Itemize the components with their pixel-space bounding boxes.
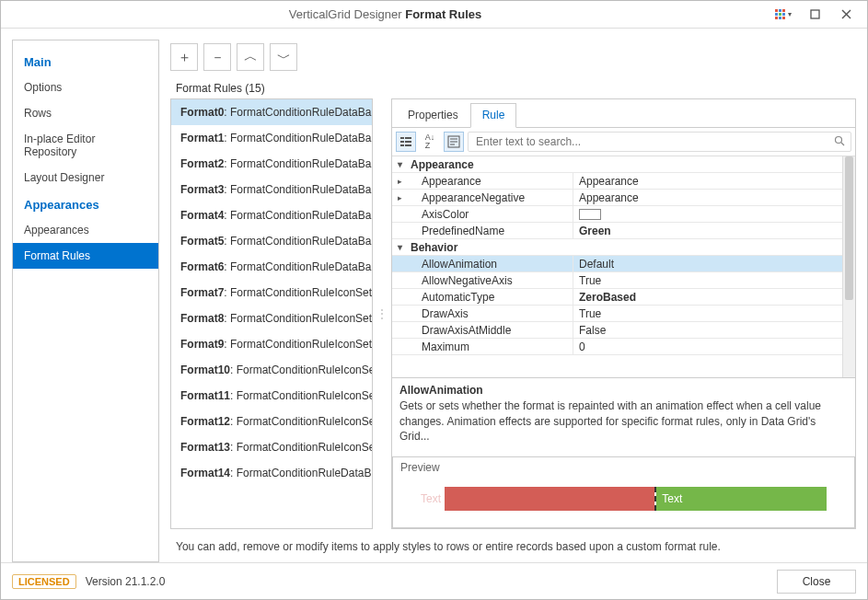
collapse-icon[interactable]: ▾ <box>392 159 407 169</box>
maximize-button[interactable] <box>801 5 828 25</box>
property-row[interactable]: AxisColor <box>392 206 842 223</box>
expand-icon[interactable] <box>392 192 407 202</box>
property-row[interactable]: PredefinedNameGreen <box>392 223 842 239</box>
list-item-name: Format10 <box>180 363 230 376</box>
appearance-chooser-button[interactable]: ▾ <box>770 5 797 25</box>
sidebar-group-header[interactable]: Appearances <box>13 190 158 217</box>
property-grid[interactable]: ▾AppearanceAppearanceAppearanceAppearanc… <box>392 156 855 377</box>
titlebar: VerticalGrid Designer Format Rules ▾ <box>1 1 867 29</box>
title-main: Format Rules <box>405 7 481 21</box>
tab-rule[interactable]: Rule <box>470 103 517 128</box>
remove-button[interactable]: － <box>203 43 231 71</box>
dropdown-caret-icon: ▾ <box>788 10 792 18</box>
alphabetical-button[interactable]: A↓Z <box>420 132 440 152</box>
list-item-type: : FormatConditionRuleIconSet <box>230 415 373 428</box>
main-panel: ＋ － ︿ ﹀ Format Rules (15) Format0: Forma… <box>170 40 856 562</box>
title-prefix: VerticalGrid Designer <box>289 7 405 21</box>
preview-label: Preview <box>393 457 854 478</box>
list-item-type: : FormatConditionRuleIconSet <box>224 286 372 299</box>
property-name: Maximum <box>407 340 573 353</box>
svg-rect-5 <box>400 141 404 143</box>
property-row[interactable]: DrawAxisTrue <box>392 306 842 322</box>
list-item-type: : FormatConditionRuleIconSet <box>224 312 372 325</box>
sidebar-item-appearances[interactable]: Appearances <box>13 217 158 243</box>
sidebar-item-layout-designer[interactable]: Layout Designer <box>13 165 158 190</box>
sidebar-item-format-rules[interactable]: Format Rules <box>13 243 158 269</box>
property-row[interactable]: AllowNegativeAxisTrue <box>392 272 842 289</box>
list-item-name: Format7 <box>180 286 224 299</box>
list-item[interactable]: Format5: FormatConditionRuleDataBar <box>171 228 372 254</box>
sidebar-item-options[interactable]: Options <box>13 75 158 100</box>
property-row[interactable]: AutomaticTypeZeroBased <box>392 289 842 306</box>
svg-rect-8 <box>405 144 411 146</box>
format-rules-list[interactable]: Format0: FormatConditionRuleDataBarForma… <box>170 98 373 529</box>
property-value[interactable]: True <box>573 272 842 288</box>
property-category[interactable]: ▾Behavior <box>392 239 842 256</box>
list-item[interactable]: Format9: FormatConditionRuleIconSet <box>171 331 372 357</box>
list-item[interactable]: Format8: FormatConditionRuleIconSet <box>171 306 372 331</box>
description-icon <box>447 135 460 148</box>
licensed-badge: LICENSED <box>12 574 76 589</box>
property-toolbar: A↓Z <box>392 128 855 156</box>
list-item[interactable]: Format2: FormatConditionRuleDataBar <box>171 151 372 177</box>
property-value[interactable]: True <box>573 306 842 321</box>
move-down-button[interactable]: ﹀ <box>270 43 297 71</box>
add-button[interactable]: ＋ <box>170 43 198 71</box>
property-row[interactable]: AllowAnimationDefault <box>392 256 842 272</box>
svg-rect-7 <box>400 144 404 146</box>
description-button[interactable] <box>444 132 464 152</box>
list-item-type: : FormatConditionRuleDataBar <box>224 157 373 170</box>
property-name: AllowAnimation <box>407 258 573 271</box>
scrollbar-thumb[interactable] <box>845 156 853 300</box>
color-swatch[interactable] <box>579 209 601 220</box>
search-input[interactable] <box>474 134 834 149</box>
tab-properties[interactable]: Properties <box>396 103 470 128</box>
list-item[interactable]: Format1: FormatConditionRuleDataBar <box>171 125 372 151</box>
preview-content: Text Text <box>393 478 854 527</box>
maximize-icon <box>810 9 820 19</box>
list-item[interactable]: Format11: FormatConditionRuleIconSet <box>171 383 372 409</box>
list-item[interactable]: Format10: FormatConditionRuleIconSet <box>171 357 372 383</box>
close-button[interactable]: Close <box>777 570 856 594</box>
property-value[interactable] <box>573 206 842 222</box>
tabs: PropertiesRule <box>392 99 855 128</box>
list-item[interactable]: Format12: FormatConditionRuleIconSet <box>171 409 372 434</box>
collapse-icon[interactable]: ▾ <box>392 242 407 252</box>
property-name: DrawAxisAtMiddle <box>407 324 573 337</box>
list-item[interactable]: Format7: FormatConditionRuleIconSet <box>171 280 372 306</box>
list-item[interactable]: Format3: FormatConditionRuleDataBar <box>171 177 372 202</box>
sidebar-item-in-place-editor-repository[interactable]: In-place Editor Repository <box>13 126 158 165</box>
sidebar-item-rows[interactable]: Rows <box>13 100 158 126</box>
close-window-button[interactable] <box>832 5 860 25</box>
property-value[interactable]: Green <box>573 223 842 238</box>
move-up-button[interactable]: ︿ <box>237 43 264 71</box>
svg-rect-3 <box>400 137 404 139</box>
property-value[interactable]: Default <box>573 256 842 271</box>
property-row[interactable]: DrawAxisAtMiddleFalse <box>392 322 842 339</box>
list-item-type: : FormatConditionRuleDataBar <box>224 106 373 119</box>
property-row[interactable]: AppearanceNegativeAppearance <box>392 190 842 206</box>
list-item[interactable]: Format4: FormatConditionRuleDataBar <box>171 202 372 228</box>
list-item[interactable]: Format13: FormatConditionRuleIconSet <box>171 434 372 460</box>
sidebar: MainOptionsRowsIn-place Editor Repositor… <box>12 40 159 562</box>
property-value[interactable]: 0 <box>573 339 842 354</box>
expand-icon[interactable] <box>392 176 407 186</box>
categorized-button[interactable] <box>396 132 416 152</box>
property-name: AxisColor <box>407 208 573 221</box>
splitter[interactable]: ⋮ <box>378 98 386 529</box>
property-value[interactable]: ZeroBased <box>573 289 842 305</box>
list-item-name: Format13 <box>180 441 230 454</box>
property-value[interactable]: Appearance <box>573 190 842 205</box>
sidebar-group-header[interactable]: Main <box>13 48 158 75</box>
property-value[interactable]: Appearance <box>573 173 842 189</box>
list-item[interactable]: Format6: FormatConditionRuleDataBar <box>171 254 372 280</box>
list-item[interactable]: Format0: FormatConditionRuleDataBar <box>171 99 372 125</box>
property-row[interactable]: Maximum0 <box>392 339 842 355</box>
property-category[interactable]: ▾Appearance <box>392 156 842 173</box>
svg-point-13 <box>836 136 842 143</box>
property-value[interactable]: False <box>573 322 842 338</box>
property-scrollbar[interactable] <box>842 156 855 377</box>
search-box[interactable] <box>468 132 851 152</box>
property-row[interactable]: AppearanceAppearance <box>392 173 842 190</box>
list-item[interactable]: Format14: FormatConditionRuleDataBar <box>171 460 372 486</box>
